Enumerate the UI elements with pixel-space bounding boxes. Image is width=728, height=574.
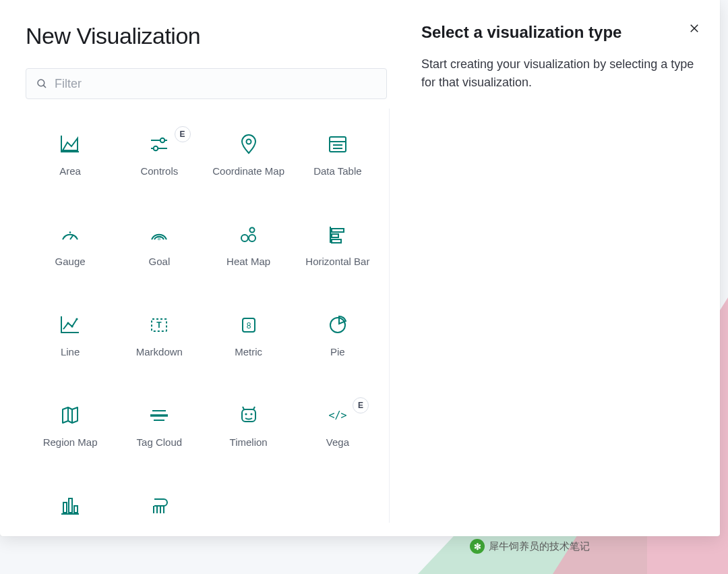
region-map-icon [59, 404, 82, 427]
viz-type-heat-map[interactable]: Heat Map [204, 219, 293, 284]
gauge-icon [59, 223, 82, 246]
viz-type-vertical-bar[interactable]: Vertical Bar [26, 490, 115, 523]
info-pane: Select a visualization type Start creati… [388, 0, 720, 536]
map-pin-icon [237, 133, 260, 156]
viz-type-label: Timelion [230, 436, 268, 449]
viz-type-gauge[interactable]: Gauge [26, 219, 115, 284]
close-button[interactable] [686, 20, 702, 36]
vertical-bar-icon [59, 494, 82, 517]
viz-type-label: Metric [235, 346, 262, 359]
viz-type-label: Area [59, 165, 81, 178]
svg-line-5 [43, 85, 46, 88]
filter-input[interactable] [55, 77, 377, 91]
viz-type-controls[interactable]: ControlsE [115, 129, 204, 194]
viz-type-label: Tag Cloud [137, 436, 183, 449]
search-icon [36, 78, 48, 90]
timelion-icon [237, 404, 260, 427]
visual-builder-icon [148, 494, 171, 517]
viz-type-label: Line [61, 346, 80, 359]
experimental-badge: E [175, 126, 191, 142]
visualization-grid: AreaControlsECoordinate MapData TableGau… [26, 109, 382, 523]
goal-icon [148, 223, 171, 246]
viz-type-label: Horizontal Bar [305, 256, 369, 268]
horizontal-bar-icon [326, 223, 349, 246]
close-icon [688, 22, 700, 34]
table-icon [326, 133, 349, 156]
info-title: Select a visualization type [421, 23, 696, 42]
viz-type-label: Data Table [313, 165, 361, 178]
visualization-grid-scroll[interactable]: AreaControlsECoordinate MapData TableGau… [26, 109, 390, 523]
modal-title: New Visualization [26, 23, 388, 49]
viz-type-vega[interactable]: VegaE [293, 400, 382, 465]
viz-type-label: Heat Map [226, 256, 270, 268]
viz-type-coordinate-map[interactable]: Coordinate Map [204, 129, 293, 194]
viz-type-metric[interactable]: Metric [204, 310, 293, 374]
viz-type-label: Region Map [43, 436, 98, 449]
left-pane: New Visualization AreaControlsECoordinat… [0, 0, 388, 536]
svg-point-4 [38, 80, 44, 86]
pie-chart-icon [326, 314, 349, 337]
viz-type-label: Goal [149, 256, 171, 268]
tag-cloud-icon [148, 404, 171, 427]
metric-icon [237, 314, 260, 337]
viz-type-label: Markdown [136, 346, 183, 359]
experimental-badge: E [353, 397, 369, 413]
watermark: ✻ 犀牛饲养员的技术笔记 [470, 539, 590, 554]
viz-type-label: Coordinate Map [212, 165, 284, 178]
viz-type-region-map[interactable]: Region Map [26, 400, 115, 465]
viz-type-label: Pie [330, 346, 345, 359]
viz-type-label: Vega [326, 436, 349, 449]
new-visualization-modal: New Visualization AreaControlsECoordinat… [0, 0, 720, 536]
area-chart-icon [59, 133, 82, 156]
viz-type-markdown[interactable]: Markdown [115, 310, 204, 374]
line-chart-icon [59, 314, 82, 337]
viz-type-pie[interactable]: Pie [293, 310, 382, 374]
vega-icon [326, 404, 349, 427]
heatmap-icon [237, 223, 260, 246]
viz-type-visual-builder[interactable]: Visual Builder [115, 490, 204, 523]
viz-type-line[interactable]: Line [26, 310, 115, 374]
viz-type-tag-cloud[interactable]: Tag Cloud [115, 400, 204, 465]
viz-type-label: Gauge [55, 256, 86, 268]
viz-type-area[interactable]: Area [26, 129, 115, 194]
watermark-text: 犀牛饲养员的技术笔记 [489, 540, 590, 553]
viz-type-timelion[interactable]: Timelion [204, 400, 293, 465]
viz-type-data-table[interactable]: Data Table [293, 129, 382, 194]
markdown-icon [148, 314, 171, 337]
controls-icon [148, 133, 171, 156]
viz-type-goal[interactable]: Goal [115, 219, 204, 284]
info-body: Start creating your visualization by sel… [421, 55, 696, 92]
viz-type-horizontal-bar[interactable]: Horizontal Bar [293, 219, 382, 284]
wechat-icon: ✻ [470, 539, 485, 554]
filter-field[interactable] [26, 68, 387, 99]
viz-type-label: Controls [140, 165, 178, 178]
